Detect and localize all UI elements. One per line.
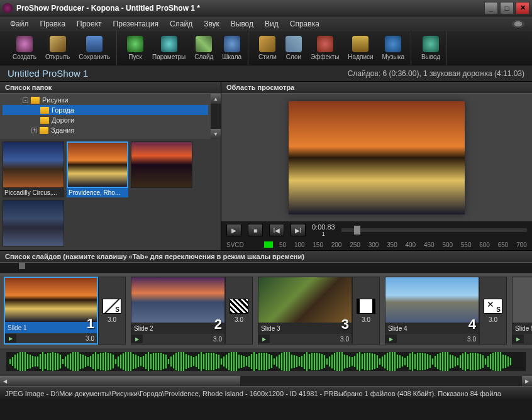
menu-item-0[interactable]: Файл xyxy=(5,18,34,30)
transition-4[interactable]: 3.0 xyxy=(479,277,507,345)
slide-thumb xyxy=(131,277,224,323)
slide-duration[interactable]: 3.0 xyxy=(270,336,352,343)
slide-card-3[interactable]: Slide 33▶3.0 xyxy=(258,277,352,345)
toolbar-label: Открыть xyxy=(45,53,70,60)
waveform[interactable] xyxy=(6,352,526,371)
ruler-marker-icon xyxy=(264,241,273,248)
ti-open-icon xyxy=(50,36,66,52)
prev-button[interactable]: I◀ xyxy=(269,224,284,236)
menu-item-6[interactable]: Вывод xyxy=(226,18,258,30)
tree-row-0[interactable]: -Рисунки xyxy=(3,95,208,105)
toolbar-шкала[interactable]: Шкала xyxy=(219,35,244,62)
playhead-marker-icon[interactable] xyxy=(19,263,25,269)
thumb-label: Providence, Rho... xyxy=(67,188,128,197)
transition-icon xyxy=(103,299,121,314)
slides-row: Slide 11▶3.03.0Slide 22▶3.03.0Slide 33▶3… xyxy=(0,273,532,348)
menu-item-2[interactable]: Проект xyxy=(72,18,107,30)
toolbar-слои[interactable]: Слои xyxy=(283,35,304,62)
slide-duration[interactable]: 3.0 xyxy=(16,335,97,342)
tree-row-2[interactable]: Дороги xyxy=(3,115,208,125)
horizontal-scrollbar[interactable]: ◀ ▶ xyxy=(0,376,532,386)
ruler-tick: 50 xyxy=(279,241,286,248)
slide-thumb xyxy=(385,277,479,323)
slide-card-1[interactable]: Slide 11▶3.0 xyxy=(4,277,98,345)
tree-label: Дороги xyxy=(52,116,74,124)
play-button[interactable]: ▶ xyxy=(226,224,241,236)
transition-icon xyxy=(357,299,375,314)
tree-row-3[interactable]: +Здания xyxy=(3,125,208,135)
menu-item-5[interactable]: Звук xyxy=(199,18,224,30)
menu-item-3[interactable]: Презентация xyxy=(108,18,164,30)
toolbar-открыть[interactable]: Открыть xyxy=(43,35,72,62)
menu-item-7[interactable]: Вид xyxy=(260,18,284,30)
slide-duration[interactable]: 3.0 xyxy=(143,336,224,343)
slide-play-icon[interactable]: ▶ xyxy=(385,334,397,343)
transition-duration[interactable]: 3.0 xyxy=(235,316,243,323)
menu-item-8[interactable]: Справка xyxy=(285,18,324,30)
slide-duration[interactable]: 3.0 xyxy=(397,336,479,343)
toolbar-слайд[interactable]: Слайд xyxy=(192,35,216,62)
project-title: Untitled ProShow 1 xyxy=(8,68,348,79)
scroll-right-icon[interactable]: ▶ xyxy=(522,376,532,386)
toolbar-label: Музыка xyxy=(382,53,404,60)
slide-play-icon[interactable]: ▶ xyxy=(131,334,143,343)
toolbar-параметры[interactable]: Параметры xyxy=(150,35,188,62)
slide-thumb xyxy=(513,277,532,323)
transition-duration[interactable]: 3.0 xyxy=(489,316,497,323)
app-icon xyxy=(3,3,13,13)
transition-1[interactable]: 3.0 xyxy=(98,277,126,345)
stop-button[interactable]: ■ xyxy=(248,224,263,236)
menu-item-4[interactable]: Слайд xyxy=(165,18,197,30)
ruler-tick: 700 xyxy=(516,241,527,248)
toolbar-сохранить[interactable]: Сохранить xyxy=(76,35,113,62)
slide-card-5[interactable]: Slide 5▶ xyxy=(512,277,532,345)
toolbar-эффекты[interactable]: Эффекты xyxy=(308,35,341,62)
thumb-image xyxy=(131,141,192,188)
scrollbar-thumb[interactable] xyxy=(10,376,240,386)
close-button[interactable]: ✕ xyxy=(516,2,529,14)
thumb-3[interactable] xyxy=(3,200,64,246)
tree-row-1[interactable]: Города xyxy=(3,105,208,115)
toolbar-надписи[interactable]: Надписи xyxy=(345,35,375,62)
slide-play-icon[interactable]: ▶ xyxy=(5,334,16,343)
playback-bar: ▶ ■ I◀ ▶I 0:00.83 1 xyxy=(221,221,532,239)
slide-play-icon[interactable]: ▶ xyxy=(513,334,524,343)
statusbar: JPEG Image - D:\Мои документы\Рисунки\Го… xyxy=(0,386,532,400)
tree-expander-icon[interactable]: + xyxy=(31,128,37,133)
ruler-tick: 100 xyxy=(294,241,305,248)
toolbar-label: Сохранить xyxy=(79,53,110,60)
thumb-1[interactable]: Providence, Rho... xyxy=(67,141,128,197)
next-button[interactable]: ▶I xyxy=(291,224,306,236)
toolbar-создать[interactable]: Создать xyxy=(10,35,39,62)
slide-card-4[interactable]: Slide 44▶3.0 xyxy=(385,277,479,345)
toolbar-музыка[interactable]: Музыка xyxy=(380,35,407,62)
project-stats: Слайдов: 6 (0:36.00), 1 звуковая дорожка… xyxy=(348,69,524,78)
tree-scrollbar[interactable]: ▲ ▼ xyxy=(211,94,221,139)
toolbar-стили[interactable]: Стили xyxy=(256,35,279,62)
slide-card-2[interactable]: Slide 22▶3.0 xyxy=(131,277,225,345)
minimize-button[interactable]: _ xyxy=(484,2,498,14)
folder-icon xyxy=(40,107,49,114)
preview-header: Область просмотра xyxy=(221,82,532,94)
tree-expander-icon[interactable]: - xyxy=(23,97,28,103)
maximize-button[interactable]: □ xyxy=(500,2,514,14)
transition-duration[interactable]: 3.0 xyxy=(108,316,116,323)
transition-2[interactable]: 3.0 xyxy=(225,277,253,345)
thumb-0[interactable]: Piccadilly Circus,... xyxy=(3,141,64,197)
preview-eye-icon[interactable] xyxy=(509,18,527,30)
scroll-down-icon[interactable]: ▼ xyxy=(211,129,221,139)
slidelist-marker-row xyxy=(0,263,532,273)
slide-play-icon[interactable]: ▶ xyxy=(258,334,270,343)
menu-item-1[interactable]: Правка xyxy=(35,18,71,30)
toolbar-вывод[interactable]: Вывод xyxy=(419,35,443,62)
thumb-2[interactable] xyxy=(131,141,192,197)
playback-slider[interactable] xyxy=(341,228,527,232)
scroll-left-icon[interactable]: ◀ xyxy=(0,376,10,386)
titlebar: ProShow Producer - Kopona - Untitled Pro… xyxy=(0,0,532,16)
transition-3[interactable]: 3.0 xyxy=(352,277,380,345)
tree-label: Города xyxy=(52,106,74,114)
scroll-up-icon[interactable]: ▲ xyxy=(211,94,221,104)
toolbar-пуск[interactable]: Пуск xyxy=(125,35,146,62)
audio-row xyxy=(0,348,532,376)
transition-duration[interactable]: 3.0 xyxy=(362,316,370,323)
